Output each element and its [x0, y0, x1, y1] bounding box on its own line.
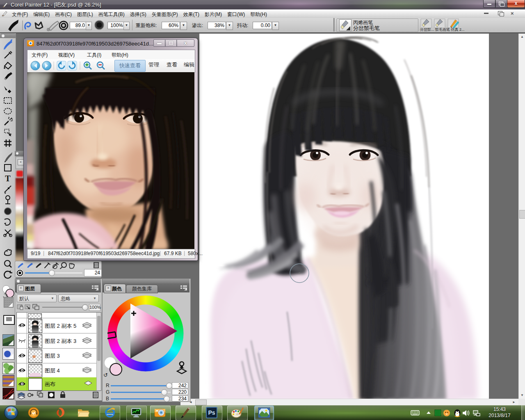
svg-text:T: T	[5, 174, 11, 183]
